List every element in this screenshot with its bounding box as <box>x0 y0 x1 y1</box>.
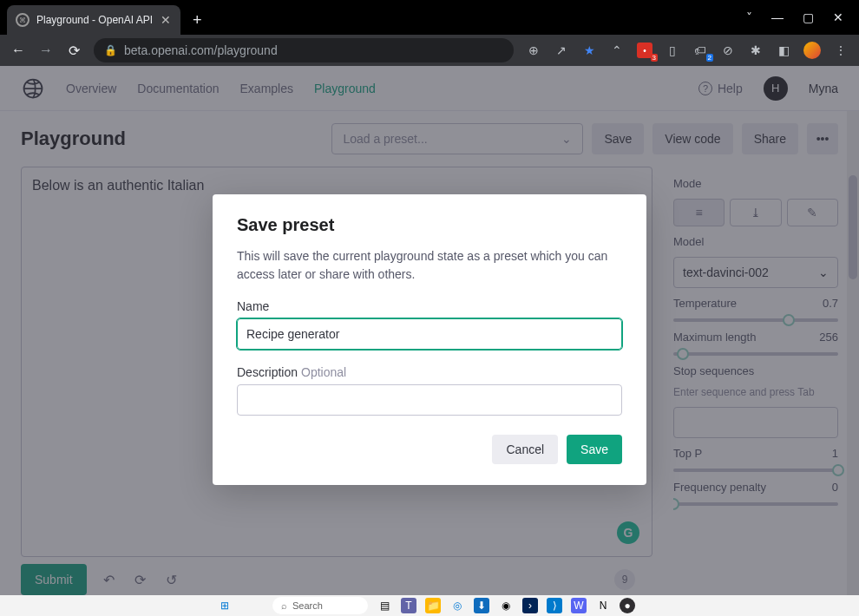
block-icon[interactable]: ⊘ <box>720 43 736 58</box>
app-icon[interactable]: W <box>571 598 587 613</box>
chrome-icon[interactable]: ◉ <box>498 598 514 613</box>
tab-title: Playground - OpenAI API <box>36 14 153 26</box>
cancel-button[interactable]: Cancel <box>492 435 558 464</box>
window-maximize-icon[interactable]: ▢ <box>803 10 814 24</box>
lock-icon: 🔒 <box>104 44 117 56</box>
zoom-icon[interactable]: ⊕ <box>526 43 541 58</box>
extensions-puzzle-icon[interactable]: ✱ <box>748 43 764 58</box>
browser-address-bar: ← → ⟳ 🔒 beta.openai.com/playground ⊕ ↗ ★… <box>0 35 859 66</box>
taskbar-search[interactable]: ⌕Search <box>272 597 368 614</box>
bookmark-star-icon[interactable]: ★ <box>581 43 597 58</box>
desc-field-label: DescriptionOptional <box>237 365 622 379</box>
device-icon[interactable]: ▯ <box>665 43 680 58</box>
save-preset-modal: Save preset This will save the current p… <box>213 194 646 485</box>
teams-icon[interactable]: T <box>401 598 416 613</box>
obs-icon[interactable]: ● <box>620 598 635 613</box>
name-field-label: Name <box>237 299 622 313</box>
new-tab-button[interactable]: + <box>180 5 214 35</box>
search-icon: ⌕ <box>281 600 287 611</box>
modal-overlay[interactable]: Save preset This will save the current p… <box>0 66 859 616</box>
openai-app: Overview Documentation Examples Playgrou… <box>0 66 859 616</box>
share-page-icon[interactable]: ↗ <box>554 43 569 58</box>
notion-icon[interactable]: N <box>595 598 611 613</box>
modal-description: This will save the current playground st… <box>237 247 622 284</box>
openai-favicon: ⌘ <box>16 13 30 27</box>
window-minimize-icon[interactable]: — <box>771 10 784 24</box>
tab-close-icon[interactable]: ✕ <box>160 14 172 26</box>
nav-back-icon[interactable]: ← <box>10 43 26 58</box>
url-text: beta.openai.com/playground <box>124 43 278 57</box>
windows-taskbar[interactable]: ⊞ ⌕Search ▤ T 📁 ◎ ⬇ ◉ › ⟩ W N ● <box>0 595 859 616</box>
window-titlebar: ⌘ Playground - OpenAI API ✕ + ˅ — ▢ ✕ <box>0 0 859 35</box>
powershell-icon[interactable]: › <box>522 598 538 613</box>
preset-name-input[interactable] <box>237 318 622 350</box>
extension-tag-icon[interactable]: 🏷2 <box>692 43 708 58</box>
extension-red-icon[interactable]: •3 <box>637 43 652 58</box>
window-dropdown-icon[interactable]: ˅ <box>746 10 752 24</box>
preset-description-input[interactable] <box>237 384 622 416</box>
profile-avatar-icon[interactable] <box>803 42 821 59</box>
pocket-icon[interactable]: ⌃ <box>609 43 625 58</box>
edge-icon[interactable]: ◎ <box>449 598 465 613</box>
start-icon[interactable]: ⊞ <box>217 598 233 613</box>
nav-forward-icon: → <box>38 43 54 58</box>
sidepanel-icon[interactable]: ◧ <box>776 43 791 58</box>
window-controls: ˅ — ▢ ✕ <box>746 10 859 35</box>
nav-reload-icon[interactable]: ⟳ <box>66 43 82 58</box>
kebab-menu-icon[interactable]: ⋮ <box>833 43 849 58</box>
browser-tab[interactable]: ⌘ Playground - OpenAI API ✕ <box>7 5 180 35</box>
store-icon[interactable]: ⬇ <box>474 598 489 613</box>
vscode-icon[interactable]: ⟩ <box>547 598 562 613</box>
window-close-icon[interactable]: ✕ <box>833 10 843 24</box>
modal-title: Save preset <box>237 215 622 235</box>
taskview-icon[interactable]: ▤ <box>377 598 392 613</box>
extension-icons: ⊕ ↗ ★ ⌃ •3 ▯ 🏷2 ⊘ ✱ ◧ ⋮ <box>526 42 849 59</box>
explorer-icon[interactable]: 📁 <box>425 598 441 613</box>
modal-save-button[interactable]: Save <box>567 435 622 464</box>
address-field[interactable]: 🔒 beta.openai.com/playground <box>94 38 514 62</box>
